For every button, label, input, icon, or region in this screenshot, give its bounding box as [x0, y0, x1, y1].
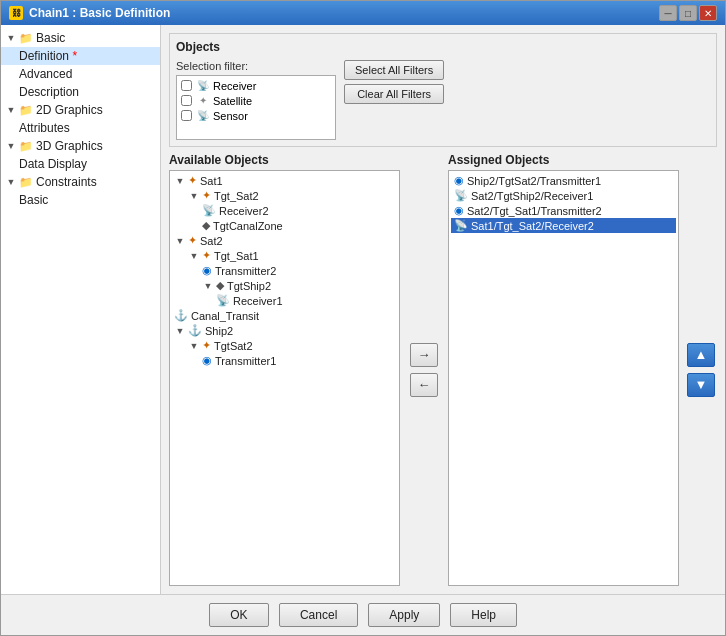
folder-icon-3d: 📁	[19, 139, 33, 153]
assigned-item-ao1[interactable]: ◉ Ship2/TgtSat2/Transmitter1	[451, 173, 676, 188]
select-all-filters-button[interactable]: Select All Filters	[344, 60, 444, 80]
satellite-icon: ✦	[196, 94, 209, 107]
title-bar-left: ⛓ Chain1 : Basic Definition	[9, 6, 170, 20]
assigned-label-ao1: Ship2/TgtSat2/Transmitter1	[467, 175, 601, 187]
folder-icon-basic: 📁	[19, 31, 33, 45]
ao3-icon: ◉	[454, 204, 464, 217]
transfer-right-button[interactable]: →	[410, 343, 438, 367]
avail-label-receiver2: Receiver2	[219, 205, 269, 217]
selection-filter-area: Selection filter: 📡 Receiver ✦ Satellite	[176, 60, 710, 140]
available-objects-panel: Available Objects ▼ ✦ Sat1 ▼ ✦ Tgt_Sat2	[169, 153, 400, 586]
expand-sat1: ▼	[174, 175, 186, 187]
avail-item-tgt-canalzone[interactable]: ◆ TgtCanalZone	[172, 218, 397, 233]
avail-label-ship2: Ship2	[205, 325, 233, 337]
tgt-canalzone-icon: ◆	[202, 219, 210, 232]
order-buttons: ▲ ▼	[685, 153, 717, 586]
expand-ship2: ▼	[174, 325, 186, 337]
avail-label-tgtsat2-ship: TgtSat2	[214, 340, 253, 352]
avail-item-sat1[interactable]: ▼ ✦ Sat1	[172, 173, 397, 188]
sidebar-label-basic2: Basic	[19, 193, 48, 207]
sidebar-label-constraints: Constraints	[36, 175, 97, 189]
sidebar-item-data-display[interactable]: Data Display	[1, 155, 160, 173]
sidebar-item-basic[interactable]: ▼ 📁 Basic	[1, 29, 160, 47]
sidebar-item-description[interactable]: Description	[1, 83, 160, 101]
expand-tgt-sat1: ▼	[188, 250, 200, 262]
avail-label-receiver1: Receiver1	[233, 295, 283, 307]
sidebar: ▼ 📁 Basic Definition * Advanced Descript…	[1, 25, 161, 594]
avail-item-transmitter2[interactable]: ◉ Transmitter2	[172, 263, 397, 278]
maximize-button[interactable]: □	[679, 5, 697, 21]
avail-item-tgt-sat2[interactable]: ▼ ✦ Tgt_Sat2	[172, 188, 397, 203]
folder-icon-2d: 📁	[19, 103, 33, 117]
sidebar-item-basic2[interactable]: Basic	[1, 191, 160, 209]
folder-icon-constraints: 📁	[19, 175, 33, 189]
assigned-item-ao3[interactable]: ◉ Sat2/Tgt_Sat1/Transmitter2	[451, 203, 676, 218]
assigned-item-ao2[interactable]: 📡 Sat2/TgtShip2/Receiver1	[451, 188, 676, 203]
sidebar-item-2d-graphics[interactable]: ▼ 📁 2D Graphics	[1, 101, 160, 119]
expand-tgtsat2-ship: ▼	[188, 340, 200, 352]
close-button[interactable]: ✕	[699, 5, 717, 21]
avail-label-tgt-sat1: Tgt_Sat1	[214, 250, 259, 262]
title-buttons: ─ □ ✕	[659, 5, 717, 21]
expand-icon-2d: ▼	[5, 104, 17, 116]
help-button[interactable]: Help	[450, 603, 517, 627]
expand-tgt-sat2: ▼	[188, 190, 200, 202]
filter-checkbox-satellite[interactable]	[181, 95, 192, 106]
avail-item-receiver1[interactable]: 📡 Receiver1	[172, 293, 397, 308]
objects-section: Objects Selection filter: 📡 Receiver	[169, 33, 717, 147]
avail-label-tgtship2: TgtShip2	[227, 280, 271, 292]
sidebar-label-data-display: Data Display	[19, 157, 87, 171]
avail-label-sat2: Sat2	[200, 235, 223, 247]
assigned-label-ao3: Sat2/Tgt_Sat1/Transmitter2	[467, 205, 602, 217]
assigned-item-ao4[interactable]: 📡 Sat1/Tgt_Sat2/Receiver2	[451, 218, 676, 233]
sidebar-item-advanced[interactable]: Advanced	[1, 65, 160, 83]
content-area: ▼ 📁 Basic Definition * Advanced Descript…	[1, 25, 725, 594]
avail-item-canal-transit[interactable]: ⚓ Canal_Transit	[172, 308, 397, 323]
objects-title: Objects	[176, 40, 710, 54]
avail-label-tgt-canalzone: TgtCanalZone	[213, 220, 283, 232]
move-up-button[interactable]: ▲	[687, 343, 715, 367]
avail-item-receiver2[interactable]: 📡 Receiver2	[172, 203, 397, 218]
clear-all-filters-button[interactable]: Clear All Filters	[344, 84, 444, 104]
sat1-icon: ✦	[188, 174, 197, 187]
sidebar-label-definition: Definition *	[19, 49, 77, 63]
avail-label-tgt-sat2: Tgt_Sat2	[214, 190, 259, 202]
filter-item-sensor[interactable]: 📡 Sensor	[179, 108, 333, 123]
ship2-icon: ⚓	[188, 324, 202, 337]
expand-icon-basic: ▼	[5, 32, 17, 44]
avail-item-tgtship2[interactable]: ▼ ◆ TgtShip2	[172, 278, 397, 293]
filter-item-receiver[interactable]: 📡 Receiver	[179, 78, 333, 93]
expand-sat2: ▼	[174, 235, 186, 247]
tgt-sat2-icon: ✦	[202, 189, 211, 202]
sidebar-label-basic: Basic	[36, 31, 65, 45]
avail-item-transmitter1[interactable]: ◉ Transmitter1	[172, 353, 397, 368]
ok-button[interactable]: OK	[209, 603, 269, 627]
sidebar-label-attributes: Attributes	[19, 121, 70, 135]
sidebar-item-constraints[interactable]: ▼ 📁 Constraints	[1, 173, 160, 191]
filter-checkbox-sensor[interactable]	[181, 110, 192, 121]
avail-item-tgt-sat1[interactable]: ▼ ✦ Tgt_Sat1	[172, 248, 397, 263]
receiver2-icon: 📡	[202, 204, 216, 217]
filter-checkbox-receiver[interactable]	[181, 80, 192, 91]
available-objects-label: Available Objects	[169, 153, 400, 167]
filter-item-satellite[interactable]: ✦ Satellite	[179, 93, 333, 108]
sidebar-item-definition[interactable]: Definition *	[1, 47, 160, 65]
avail-label-sat1: Sat1	[200, 175, 223, 187]
sidebar-item-attributes[interactable]: Attributes	[1, 119, 160, 137]
transfer-left-button[interactable]: ←	[410, 373, 438, 397]
ao2-icon: 📡	[454, 189, 468, 202]
apply-button[interactable]: Apply	[368, 603, 440, 627]
receiver1-icon: 📡	[216, 294, 230, 307]
minimize-button[interactable]: ─	[659, 5, 677, 21]
assigned-objects-list[interactable]: ◉ Ship2/TgtSat2/Transmitter1 📡 Sat2/TgtS…	[448, 170, 679, 586]
cancel-button[interactable]: Cancel	[279, 603, 358, 627]
ao4-icon: 📡	[454, 219, 468, 232]
available-objects-list[interactable]: ▼ ✦ Sat1 ▼ ✦ Tgt_Sat2 📡 Receiver2	[169, 170, 400, 586]
avail-item-ship2[interactable]: ▼ ⚓ Ship2	[172, 323, 397, 338]
assigned-label-ao2: Sat2/TgtShip2/Receiver1	[471, 190, 593, 202]
avail-item-tgtsat2-ship[interactable]: ▼ ✦ TgtSat2	[172, 338, 397, 353]
sidebar-item-3d-graphics[interactable]: ▼ 📁 3D Graphics	[1, 137, 160, 155]
avail-item-sat2[interactable]: ▼ ✦ Sat2	[172, 233, 397, 248]
assigned-objects-panel: Assigned Objects ◉ Ship2/TgtSat2/Transmi…	[448, 153, 679, 586]
move-down-button[interactable]: ▼	[687, 373, 715, 397]
